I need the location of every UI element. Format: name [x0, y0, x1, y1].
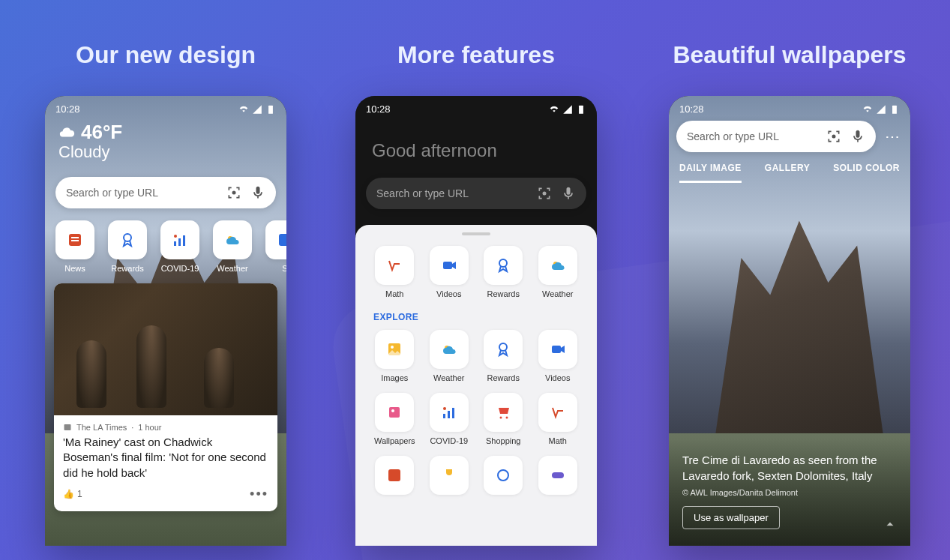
- svg-rect-15: [443, 262, 452, 269]
- weather-widget[interactable]: 46°F Cloudy: [45, 118, 286, 169]
- scan-icon[interactable]: [537, 186, 552, 201]
- bottom-sheet[interactable]: Math Videos Rewards Weather EXPLORE: [355, 225, 597, 546]
- source-icon: [63, 423, 72, 432]
- tile-images[interactable]: Images: [367, 330, 422, 382]
- news-reaction[interactable]: 👍 1: [63, 489, 82, 499]
- news-icon: [385, 466, 403, 484]
- svg-rect-4: [71, 240, 79, 241]
- signal-icon: [252, 104, 262, 115]
- trophy-icon: [440, 466, 458, 484]
- panel-features: More features 10:28 Good afternoon Searc…: [345, 41, 607, 546]
- image-icon: [385, 340, 403, 358]
- scan-icon[interactable]: [826, 129, 841, 144]
- status-icons: [862, 104, 900, 115]
- tile-label: Rewards: [487, 289, 520, 298]
- tile-partial[interactable]: [422, 456, 477, 495]
- wallpaper-caption: Tre Cime di Lavaredo as seen from the La…: [669, 439, 910, 546]
- tile-label: Weather: [542, 289, 573, 298]
- tile-rewards[interactable]: Rewards: [108, 220, 147, 273]
- mic-icon[interactable]: [561, 186, 576, 201]
- tile-weather[interactable]: Weather: [213, 220, 252, 273]
- tile-covid[interactable]: COVID-19: [160, 220, 199, 273]
- tile-shopping[interactable]: Shopping: [476, 393, 531, 445]
- scroll-up-button[interactable]: [883, 517, 897, 531]
- svg-rect-13: [579, 105, 583, 113]
- globe-icon: [494, 466, 512, 484]
- svg-point-1: [232, 191, 236, 195]
- tile-wallpapers[interactable]: Wallpapers: [367, 393, 422, 445]
- status-bar: 10:28: [669, 96, 910, 118]
- svg-rect-33: [552, 472, 564, 478]
- mic-icon[interactable]: [850, 129, 865, 144]
- signal-icon: [562, 104, 573, 115]
- weather-icon: [223, 231, 241, 249]
- tile-label: Wallpapers: [374, 436, 415, 445]
- svg-point-19: [391, 346, 394, 349]
- svg-rect-0: [268, 105, 273, 113]
- tab-daily-image[interactable]: DAILY IMAGE: [679, 163, 742, 183]
- tile-news[interactable]: News: [55, 220, 94, 273]
- news-card[interactable]: The LA Times · 1 hour 'Ma Rainey' cast o…: [54, 283, 277, 511]
- caption-title: Tre Cime di Lavaredo as seen from the La…: [682, 452, 897, 484]
- medal-icon: [118, 231, 136, 249]
- search-placeholder: Search or type URL: [376, 187, 537, 199]
- svg-point-24: [391, 409, 394, 412]
- wallpaper-tabs: DAILY IMAGE GALLERY SOLID COLOR: [669, 155, 910, 183]
- mic-icon[interactable]: [250, 185, 265, 200]
- phone-3: 10:28 Search or type URL ⋯ DAILY IMAGE G…: [669, 96, 910, 546]
- weather-icon: [440, 340, 458, 358]
- tile-covid[interactable]: COVID-19: [422, 393, 477, 445]
- tile-partial[interactable]: [367, 456, 422, 495]
- wifi-icon: [549, 104, 559, 115]
- tile-label: Images: [381, 373, 408, 382]
- svg-rect-25: [443, 414, 445, 418]
- news-more-button[interactable]: •••: [250, 487, 268, 502]
- tile-math[interactable]: Math: [531, 393, 586, 445]
- tile-partial[interactable]: [531, 456, 586, 495]
- search-placeholder: Search or type URL: [687, 130, 826, 142]
- sheet-handle[interactable]: [462, 232, 490, 235]
- use-wallpaper-button[interactable]: Use as wallpaper: [682, 506, 780, 529]
- search-bar[interactable]: Search or type URL: [676, 121, 876, 152]
- tile-videos[interactable]: Videos: [531, 330, 586, 382]
- svg-rect-12: [64, 424, 71, 430]
- weather-temp: 46°F: [81, 121, 122, 144]
- svg-point-30: [506, 417, 508, 419]
- tab-solid-color[interactable]: SOLID COLOR: [833, 163, 900, 183]
- tab-gallery[interactable]: GALLERY: [765, 163, 810, 183]
- tile-label: Math: [549, 436, 567, 445]
- chart-icon: [440, 403, 458, 421]
- search-bar[interactable]: Search or type URL: [55, 177, 276, 208]
- tile-math[interactable]: Math: [367, 246, 422, 298]
- tile-partial[interactable]: [476, 456, 531, 495]
- battery-icon: [576, 104, 586, 115]
- heading-features: More features: [397, 41, 555, 69]
- tile-label: Videos: [545, 373, 570, 382]
- weather-icon: [549, 256, 567, 274]
- medal-icon: [494, 340, 512, 358]
- generic-icon: [276, 231, 286, 249]
- news-image: [54, 283, 277, 415]
- shortcut-row: News Rewards COVID-19 Weather S: [45, 216, 286, 273]
- svg-point-28: [443, 407, 446, 410]
- svg-point-32: [498, 470, 508, 481]
- scan-icon[interactable]: [226, 185, 241, 200]
- tile-more[interactable]: S: [265, 220, 286, 273]
- tile-videos[interactable]: Videos: [422, 246, 477, 298]
- panel-wallpapers: Beautiful wallpapers 10:28 Search or typ…: [658, 41, 921, 546]
- svg-rect-22: [552, 346, 561, 353]
- cloud-icon: [58, 124, 75, 141]
- news-source: The LA Times: [76, 423, 127, 432]
- battery-icon: [889, 104, 900, 115]
- tile-rewards[interactable]: Rewards: [476, 246, 531, 298]
- search-bar-dim[interactable]: Search or type URL: [366, 178, 586, 209]
- svg-rect-3: [71, 237, 79, 238]
- tile-rewards[interactable]: Rewards: [476, 330, 531, 382]
- overflow-menu[interactable]: ⋯: [882, 127, 903, 145]
- svg-rect-11: [279, 234, 286, 246]
- svg-point-35: [832, 135, 836, 139]
- tile-weather[interactable]: Weather: [422, 330, 477, 382]
- tile-weather[interactable]: Weather: [531, 246, 586, 298]
- panel-design: Our new design 10:28 46°F Cloudy Search …: [34, 41, 297, 546]
- heading-design: Our new design: [76, 41, 256, 69]
